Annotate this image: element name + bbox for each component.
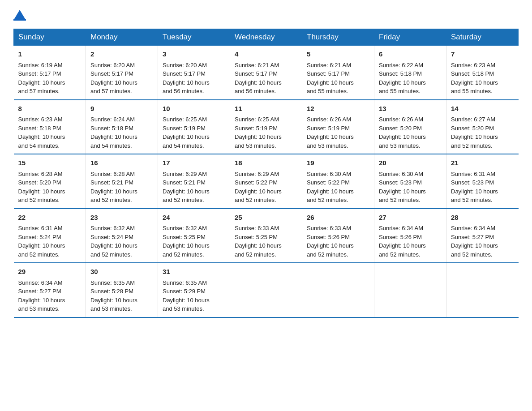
calendar-week-row: 15Sunrise: 6:28 AMSunset: 5:20 PMDayligh… — [14, 154, 519, 209]
day-number: 20 — [379, 158, 442, 168]
weekday-header-row: SundayMondayTuesdayWednesdayThursdayFrid… — [14, 29, 519, 46]
day-info: Sunrise: 6:24 AMSunset: 5:18 PMDaylight:… — [90, 115, 153, 150]
day-number: 25 — [235, 213, 297, 223]
day-number: 23 — [90, 213, 153, 223]
day-number: 28 — [451, 213, 514, 223]
day-info: Sunrise: 6:23 AMSunset: 5:18 PMDaylight:… — [451, 61, 514, 96]
day-number: 18 — [235, 158, 297, 168]
day-number: 5 — [307, 49, 369, 60]
day-number: 11 — [235, 104, 297, 114]
day-number: 4 — [235, 49, 297, 60]
calendar-cell: 25Sunrise: 6:33 AMSunset: 5:25 PMDayligh… — [230, 209, 302, 263]
day-number: 3 — [163, 49, 225, 60]
day-info: Sunrise: 6:35 AMSunset: 5:28 PMDaylight:… — [90, 278, 153, 313]
calendar-cell — [302, 263, 374, 317]
day-info: Sunrise: 6:27 AMSunset: 5:20 PMDaylight:… — [451, 115, 514, 150]
calendar-cell: 28Sunrise: 6:34 AMSunset: 5:27 PMDayligh… — [446, 209, 519, 263]
calendar-cell: 7Sunrise: 6:23 AMSunset: 5:18 PMDaylight… — [446, 46, 519, 100]
day-info: Sunrise: 6:28 AMSunset: 5:21 PMDaylight:… — [90, 170, 153, 205]
calendar-cell: 31Sunrise: 6:35 AMSunset: 5:29 PMDayligh… — [158, 263, 230, 317]
calendar-cell: 14Sunrise: 6:27 AMSunset: 5:20 PMDayligh… — [446, 100, 519, 154]
calendar-table: SundayMondayTuesdayWednesdayThursdayFrid… — [13, 29, 519, 318]
calendar-cell: 9Sunrise: 6:24 AMSunset: 5:18 PMDaylight… — [86, 100, 158, 154]
calendar-cell: 24Sunrise: 6:32 AMSunset: 5:25 PMDayligh… — [158, 209, 230, 263]
weekday-header-wednesday: Wednesday — [230, 29, 302, 46]
weekday-header-tuesday: Tuesday — [158, 29, 230, 46]
calendar-cell: 13Sunrise: 6:26 AMSunset: 5:20 PMDayligh… — [374, 100, 446, 154]
day-info: Sunrise: 6:20 AMSunset: 5:17 PMDaylight:… — [90, 61, 153, 96]
calendar-cell: 21Sunrise: 6:31 AMSunset: 5:23 PMDayligh… — [446, 154, 519, 209]
day-info: Sunrise: 6:25 AMSunset: 5:19 PMDaylight:… — [235, 115, 297, 150]
day-info: Sunrise: 6:29 AMSunset: 5:22 PMDaylight:… — [235, 170, 297, 205]
day-number: 9 — [90, 104, 153, 114]
calendar-cell: 26Sunrise: 6:33 AMSunset: 5:26 PMDayligh… — [302, 209, 374, 263]
calendar-cell: 5Sunrise: 6:21 AMSunset: 5:17 PMDaylight… — [302, 46, 374, 100]
calendar-cell: 12Sunrise: 6:26 AMSunset: 5:19 PMDayligh… — [302, 100, 374, 154]
calendar-week-row: 1Sunrise: 6:19 AMSunset: 5:17 PMDaylight… — [14, 46, 519, 100]
calendar-cell: 30Sunrise: 6:35 AMSunset: 5:28 PMDayligh… — [86, 263, 158, 317]
day-number: 1 — [18, 49, 82, 60]
day-number: 31 — [163, 267, 225, 277]
day-number: 6 — [379, 49, 442, 60]
calendar-cell: 8Sunrise: 6:23 AMSunset: 5:18 PMDaylight… — [14, 100, 86, 154]
page-header — [13, 9, 519, 21]
calendar-cell: 11Sunrise: 6:25 AMSunset: 5:19 PMDayligh… — [230, 100, 302, 154]
day-number: 15 — [18, 158, 82, 168]
weekday-header-monday: Monday — [86, 29, 158, 46]
day-number: 8 — [18, 104, 82, 114]
day-info: Sunrise: 6:34 AMSunset: 5:26 PMDaylight:… — [379, 224, 442, 259]
day-info: Sunrise: 6:32 AMSunset: 5:25 PMDaylight:… — [163, 224, 225, 259]
calendar-cell: 23Sunrise: 6:32 AMSunset: 5:24 PMDayligh… — [86, 209, 158, 263]
calendar-cell: 18Sunrise: 6:29 AMSunset: 5:22 PMDayligh… — [230, 154, 302, 209]
calendar-cell: 6Sunrise: 6:22 AMSunset: 5:18 PMDaylight… — [374, 46, 446, 100]
calendar-cell: 27Sunrise: 6:34 AMSunset: 5:26 PMDayligh… — [374, 209, 446, 263]
day-info: Sunrise: 6:20 AMSunset: 5:17 PMDaylight:… — [163, 61, 225, 96]
weekday-header-sunday: Sunday — [14, 29, 86, 46]
day-info: Sunrise: 6:19 AMSunset: 5:17 PMDaylight:… — [18, 61, 82, 96]
weekday-header-saturday: Saturday — [446, 29, 519, 46]
day-info: Sunrise: 6:31 AMSunset: 5:23 PMDaylight:… — [451, 170, 514, 205]
day-info: Sunrise: 6:29 AMSunset: 5:21 PMDaylight:… — [163, 170, 225, 205]
calendar-cell: 20Sunrise: 6:30 AMSunset: 5:23 PMDayligh… — [374, 154, 446, 209]
day-number: 14 — [451, 104, 514, 114]
day-number: 27 — [379, 213, 442, 223]
day-info: Sunrise: 6:23 AMSunset: 5:18 PMDaylight:… — [18, 115, 82, 150]
day-info: Sunrise: 6:26 AMSunset: 5:20 PMDaylight:… — [379, 115, 442, 150]
day-number: 7 — [451, 49, 514, 60]
calendar-cell: 19Sunrise: 6:30 AMSunset: 5:22 PMDayligh… — [302, 154, 374, 209]
day-number: 13 — [379, 104, 442, 114]
calendar-cell: 16Sunrise: 6:28 AMSunset: 5:21 PMDayligh… — [86, 154, 158, 209]
calendar-week-row: 8Sunrise: 6:23 AMSunset: 5:18 PMDaylight… — [14, 100, 519, 154]
day-info: Sunrise: 6:30 AMSunset: 5:23 PMDaylight:… — [379, 170, 442, 205]
calendar-cell: 10Sunrise: 6:25 AMSunset: 5:19 PMDayligh… — [158, 100, 230, 154]
day-number: 16 — [90, 158, 153, 168]
day-info: Sunrise: 6:28 AMSunset: 5:20 PMDaylight:… — [18, 170, 82, 205]
day-info: Sunrise: 6:30 AMSunset: 5:22 PMDaylight:… — [307, 170, 369, 205]
calendar-cell: 4Sunrise: 6:21 AMSunset: 5:17 PMDaylight… — [230, 46, 302, 100]
day-info: Sunrise: 6:32 AMSunset: 5:24 PMDaylight:… — [90, 224, 153, 259]
day-number: 2 — [90, 49, 153, 60]
day-info: Sunrise: 6:21 AMSunset: 5:17 PMDaylight:… — [307, 61, 369, 96]
calendar-cell: 3Sunrise: 6:20 AMSunset: 5:17 PMDaylight… — [158, 46, 230, 100]
weekday-header-friday: Friday — [374, 29, 446, 46]
day-number: 21 — [451, 158, 514, 168]
day-info: Sunrise: 6:33 AMSunset: 5:26 PMDaylight:… — [307, 224, 369, 259]
day-number: 12 — [307, 104, 369, 114]
calendar-cell — [446, 263, 519, 317]
calendar-cell — [374, 263, 446, 317]
day-number: 24 — [163, 213, 225, 223]
day-info: Sunrise: 6:31 AMSunset: 5:24 PMDaylight:… — [18, 224, 82, 259]
day-info: Sunrise: 6:35 AMSunset: 5:29 PMDaylight:… — [163, 278, 225, 313]
day-number: 29 — [18, 267, 82, 277]
logo-underline — [13, 19, 26, 21]
day-number: 19 — [307, 158, 369, 168]
calendar-cell: 29Sunrise: 6:34 AMSunset: 5:27 PMDayligh… — [14, 263, 86, 317]
calendar-cell: 2Sunrise: 6:20 AMSunset: 5:17 PMDaylight… — [86, 46, 158, 100]
calendar-cell: 17Sunrise: 6:29 AMSunset: 5:21 PMDayligh… — [158, 154, 230, 209]
day-number: 30 — [90, 267, 153, 277]
day-number: 22 — [18, 213, 82, 223]
day-info: Sunrise: 6:22 AMSunset: 5:18 PMDaylight:… — [379, 61, 442, 96]
calendar-cell: 22Sunrise: 6:31 AMSunset: 5:24 PMDayligh… — [14, 209, 86, 263]
day-info: Sunrise: 6:25 AMSunset: 5:19 PMDaylight:… — [163, 115, 225, 150]
logo — [13, 9, 26, 21]
